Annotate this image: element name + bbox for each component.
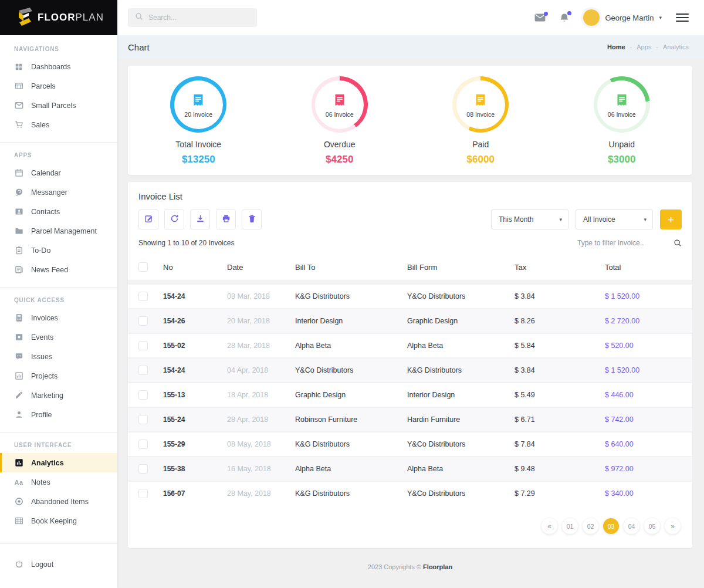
footer: 2023 Copyrights © Floorplan — [128, 548, 692, 570]
column-header-bill-form[interactable]: Bill Form — [407, 263, 515, 272]
sidebar: FLOORPLAN NAVIGATIONSDashboardsParcelsSm… — [0, 0, 117, 588]
stat-label: Total Invoice — [175, 140, 221, 149]
floorplan-logo-icon — [14, 6, 34, 29]
pagination-page-03[interactable]: 03 — [603, 518, 619, 534]
parcels-table-icon — [14, 82, 23, 91]
edit-button[interactable] — [138, 209, 158, 229]
column-header-date[interactable]: Date — [227, 263, 295, 272]
row-checkbox[interactable] — [138, 341, 148, 350]
sidebar-item-profile[interactable]: Profile — [0, 405, 117, 424]
delete-button[interactable] — [242, 209, 262, 229]
row-checkbox[interactable] — [138, 366, 148, 375]
column-header-bill-to[interactable]: Bill To — [295, 263, 407, 272]
sidebar-item-contacts[interactable]: Contacts — [0, 202, 117, 221]
cell-tax: $ 8.26 — [515, 317, 605, 325]
table-row[interactable]: 154-2620 Mar, 2018Interior DesignGraphic… — [128, 308, 692, 333]
column-header-tax[interactable]: Tax — [515, 263, 605, 272]
sidebar-item-marketing[interactable]: Marketing — [0, 386, 117, 405]
search-icon — [135, 12, 143, 23]
ring-inner: 08 Invoice — [456, 80, 505, 129]
user-menu[interactable]: George Martin ▾ — [583, 9, 662, 26]
calendar-icon — [14, 168, 23, 178]
sidebar-item-invoices[interactable]: Invoices — [0, 308, 117, 327]
ring-inner: 06 Invoice — [315, 80, 364, 129]
sidebar-item-logout[interactable]: Logout — [0, 555, 117, 574]
table-row[interactable]: 155-1318 Apr, 2018Graphic DesignInterior… — [128, 382, 692, 407]
stat-count: 20 Invoice — [184, 111, 212, 118]
person-icon — [14, 410, 23, 420]
table-row[interactable]: 155-3816 May, 2018Alpha BetaAlpha Beta$ … — [128, 456, 692, 481]
pagination-page-05[interactable]: 05 — [644, 518, 660, 534]
sidebar-item-analytics[interactable]: Analytics — [0, 453, 117, 472]
brand-name: FLOORPLAN — [38, 12, 104, 23]
select-all-checkbox[interactable] — [138, 262, 148, 272]
search-icon[interactable] — [673, 239, 682, 247]
cell-no: 154-24 — [163, 292, 227, 300]
print-button[interactable] — [216, 209, 236, 229]
pagination-page-01[interactable]: 01 — [562, 518, 578, 534]
row-checkbox[interactable] — [138, 316, 148, 326]
sidebar-item-messanger[interactable]: Messanger — [0, 183, 117, 202]
refresh-button[interactable] — [164, 209, 184, 229]
sidebar-item-abandoned-items[interactable]: Abandoned Items — [0, 492, 117, 511]
sidebar-item-parcel-management[interactable]: Parcel Management — [0, 221, 117, 241]
cell-tax: $ 3.84 — [515, 292, 605, 300]
brand-logo[interactable]: FLOORPLAN — [0, 0, 117, 35]
row-checkbox[interactable] — [138, 464, 148, 474]
sidebar-item-issues[interactable]: Issues — [0, 347, 117, 366]
sidebar-item-label: Notes — [31, 478, 50, 486]
sidebar-item-label: Parcel Management — [31, 227, 97, 235]
pagination: «0102030405» — [128, 505, 692, 534]
sidebar-item-events[interactable]: Events — [0, 327, 117, 347]
sidebar-item-book-keeping[interactable]: Book Keeping — [0, 511, 117, 530]
invoice-type-select[interactable]: All Invoice ▾ — [576, 209, 653, 229]
cell-bill-form: Y&Co Distributors — [407, 489, 515, 498]
sidebar-item-label: Analytics — [31, 459, 64, 467]
hamburger-menu-icon[interactable] — [676, 11, 689, 24]
sidebar-item-notes[interactable]: AaNotes — [0, 472, 117, 492]
table-row[interactable]: 155-2908 May, 2018K&G DistributorsY&Co D… — [128, 431, 692, 456]
table-row[interactable]: 155-2428 Apr, 2018Robinson FurnitureHard… — [128, 407, 692, 431]
messages-button[interactable] — [534, 13, 546, 22]
row-checkbox[interactable] — [138, 440, 148, 449]
add-invoice-button[interactable]: + — [660, 209, 682, 229]
sidebar-item-news-feed[interactable]: News Feed — [0, 260, 117, 279]
column-header-total[interactable]: Total — [605, 263, 692, 272]
global-search[interactable] — [128, 8, 257, 27]
dashboard-grid-icon — [14, 62, 23, 72]
main-area: George Martin ▾ Chart Home - Apps - Anal… — [117, 0, 704, 570]
column-header-no[interactable]: No — [163, 263, 227, 272]
row-checkbox[interactable] — [138, 292, 148, 301]
sidebar-item-dashboards[interactable]: Dashboards — [0, 57, 117, 76]
table-row[interactable]: 154-2408 Mar, 2018K&G DistributorsY&Co D… — [128, 283, 692, 308]
row-checkbox[interactable] — [138, 415, 148, 424]
sidebar-item-parcels[interactable]: Parcels — [0, 76, 117, 96]
sidebar-item-label: Issues — [31, 353, 52, 361]
download-button[interactable] — [190, 209, 210, 229]
filter-input[interactable] — [577, 239, 665, 247]
pagination-next-button[interactable]: » — [665, 518, 681, 534]
stat-value: $6000 — [467, 154, 495, 165]
sidebar-item-to-do[interactable]: To-Do — [0, 241, 117, 260]
period-filter-select[interactable]: This Month ▾ — [491, 209, 568, 229]
pagination-page-02[interactable]: 02 — [583, 518, 598, 534]
notifications-button[interactable] — [560, 13, 569, 23]
cell-total: $ 340.00 — [605, 489, 692, 498]
row-checkbox[interactable] — [138, 390, 148, 400]
breadcrumb-home[interactable]: Home — [607, 43, 625, 50]
sidebar-item-label: Dashboards — [31, 63, 70, 71]
sidebar-item-calendar[interactable]: Calendar — [0, 163, 117, 183]
avatar — [583, 9, 600, 26]
breadcrumb-apps[interactable]: Apps — [637, 43, 651, 50]
sidebar-item-projects[interactable]: Projects — [0, 366, 117, 386]
table-row[interactable]: 155-0228 Mar, 2018Alpha BetaAlpha Beta$ … — [128, 333, 692, 357]
breadcrumb-analytics[interactable]: Analytics — [663, 43, 689, 50]
pagination-page-04[interactable]: 04 — [624, 518, 639, 534]
pagination-prev-button[interactable]: « — [541, 518, 557, 534]
table-row[interactable]: 154-2404 Apr, 2018Y&Co DistributorsK&G D… — [128, 357, 692, 382]
sidebar-item-small-parcels[interactable]: Small Parcels — [0, 96, 117, 115]
sidebar-item-sales[interactable]: Sales — [0, 115, 117, 134]
search-input[interactable] — [148, 13, 250, 22]
row-checkbox[interactable] — [138, 489, 148, 498]
table-row[interactable]: 156-0728 May, 2018K&G DistributorsY&Co D… — [128, 481, 692, 505]
